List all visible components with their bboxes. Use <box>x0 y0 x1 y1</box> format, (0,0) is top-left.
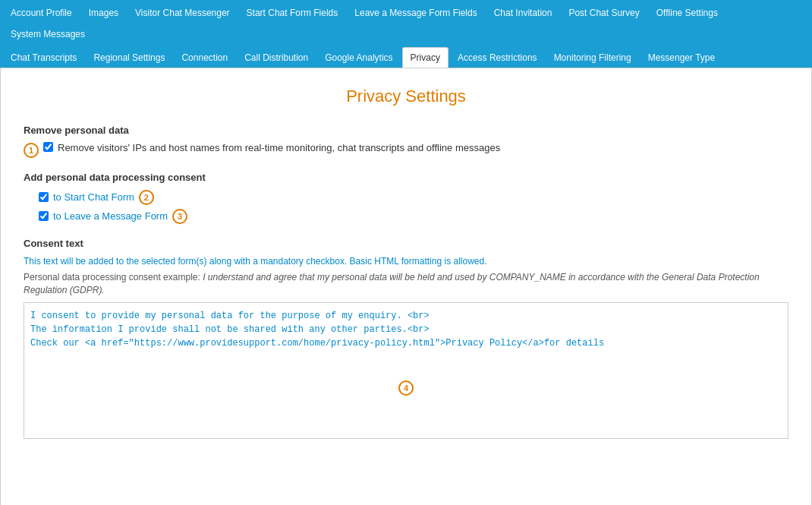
section-add-consent: Add personal data processing consent to … <box>24 172 788 224</box>
remove-data-title: Remove personal data <box>24 125 788 136</box>
consent-info: This text will be added to the selected … <box>24 255 788 268</box>
add-consent-title: Add personal data processing consent <box>24 172 788 183</box>
nav-tab-access-restrictions[interactable]: Access Restrictions <box>450 47 545 68</box>
remove-data-label: Remove visitors' IPs and host names from… <box>58 142 500 153</box>
circle-1: 1 <box>24 143 39 158</box>
consent-items: to Start Chat Form 2 to Leave a Message … <box>24 189 788 224</box>
nav-tab-account-profile[interactable]: Account Profile <box>3 3 80 23</box>
nav-tab-google-analytics[interactable]: Google Analytics <box>317 47 400 68</box>
nav-tab-chat-invitation[interactable]: Chat Invitation <box>486 3 560 23</box>
nav-tab-regional-settings[interactable]: Regional Settings <box>86 47 172 68</box>
nav-tab-messenger-type[interactable]: Messenger Type <box>640 47 723 68</box>
circle-2: 2 <box>139 190 154 205</box>
nav-row-1: Account ProfileImagesVisitor Chat Messen… <box>0 0 812 44</box>
nav-tab-leave-a-message-form-fields[interactable]: Leave a Message Form Fields <box>347 3 484 23</box>
start-chat-form-label: to Start Chat Form <box>53 191 134 203</box>
nav-tab-system-messages[interactable]: System Messages <box>3 24 93 44</box>
leave-message-form-label: to Leave a Message Form <box>53 210 168 222</box>
nav-tab-start-chat-form-fields[interactable]: Start Chat Form Fields <box>239 3 346 23</box>
textarea-wrapper: I consent to provide my personal data fo… <box>24 302 788 441</box>
nav-tab-visitor-chat-messenger[interactable]: Visitor Chat Messenger <box>127 3 238 23</box>
nav-tab-offline-settings[interactable]: Offline Settings <box>649 3 725 23</box>
nav-tab-call-distribution[interactable]: Call Distribution <box>237 47 316 68</box>
consent-item-1: to Start Chat Form 2 <box>39 189 788 205</box>
consent-example: Personal data processing consent example… <box>24 271 788 297</box>
nav-tab-privacy[interactable]: Privacy <box>402 47 448 68</box>
nav-tab-post-chat-survey[interactable]: Post Chat Survey <box>561 3 647 23</box>
remove-data-row: 1 Remove visitors' IPs and host names fr… <box>24 142 788 158</box>
section-remove-data: Remove personal data 1 Remove visitors' … <box>24 125 788 158</box>
consent-text-title: Consent text <box>24 238 788 249</box>
nav-tab-chat-transcripts[interactable]: Chat Transcripts <box>3 47 84 68</box>
start-chat-form-checkbox[interactable] <box>39 192 49 202</box>
example-prefix: Personal data processing consent example… <box>24 272 203 282</box>
consent-item-2: to Leave a Message Form 3 <box>39 208 788 224</box>
page-title: Privacy Settings <box>24 87 788 106</box>
section-consent-text: Consent text This text will be added to … <box>24 238 788 441</box>
leave-message-form-checkbox[interactable] <box>39 211 49 221</box>
circle-3: 3 <box>172 209 187 224</box>
nav-tab-monitoring-filtering[interactable]: Monitoring Filtering <box>546 47 639 68</box>
nav-tab-images[interactable]: Images <box>81 3 126 23</box>
nav-row-2: Chat TranscriptsRegional SettingsConnect… <box>0 44 812 68</box>
nav-tab-connection[interactable]: Connection <box>174 47 235 68</box>
remove-data-checkbox[interactable] <box>43 142 53 152</box>
content-area: Privacy Settings Remove personal data 1 … <box>0 68 812 505</box>
consent-textarea[interactable]: I consent to provide my personal data fo… <box>24 302 788 439</box>
